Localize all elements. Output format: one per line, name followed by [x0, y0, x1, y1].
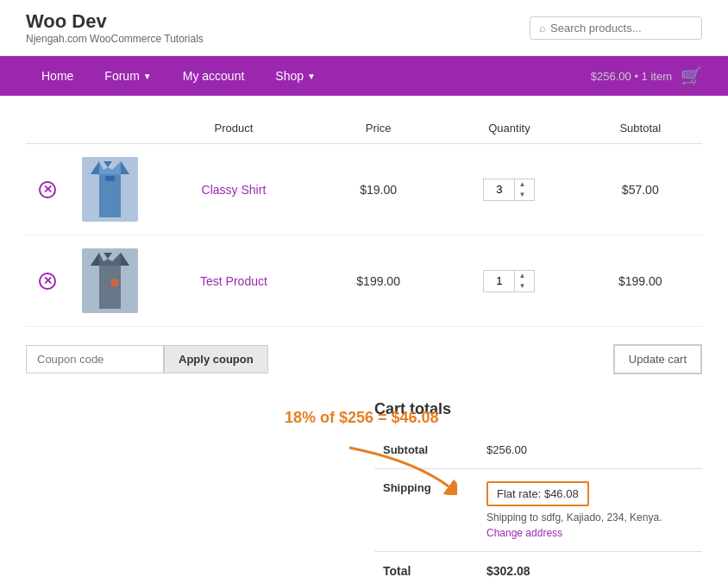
- col-price: Price: [317, 113, 440, 144]
- qty-down-1[interactable]: ▼: [515, 190, 529, 200]
- site-header: Woo Dev Njengah.com WooCommerce Tutorial…: [0, 0, 728, 56]
- qty-arrows-2: ▲ ▼: [514, 271, 529, 292]
- col-product: Product: [151, 113, 317, 144]
- nav-shop[interactable]: Shop ▼: [260, 56, 331, 96]
- forum-dropdown-icon: ▼: [143, 72, 152, 81]
- main-content: Product Price Quantity Subtotal ✕: [0, 96, 728, 577]
- nav-cart[interactable]: $256.00 • 1 item 🛒: [591, 66, 702, 86]
- coupon-input[interactable]: [26, 345, 164, 373]
- change-address-link[interactable]: Change address: [486, 527, 693, 539]
- apply-coupon-button[interactable]: Apply coupon: [164, 345, 268, 373]
- cart-totals-wrapper: 18% of $256 = $46.08 Cart totals: [26, 400, 702, 577]
- product-link-1[interactable]: Classy Shirt: [202, 183, 267, 197]
- cart-totals-section: 18% of $256 = $46.08 Cart totals: [26, 400, 702, 577]
- update-cart-button[interactable]: Update cart: [613, 344, 702, 374]
- svg-rect-10: [99, 266, 121, 309]
- cart-table: Product Price Quantity Subtotal ✕: [26, 113, 702, 327]
- nav-home[interactable]: Home: [26, 56, 89, 96]
- product-price-1: $19.00: [317, 144, 440, 235]
- qty-down-2[interactable]: ▼: [515, 281, 529, 292]
- quantity-wrap-2: ▲ ▼: [483, 270, 535, 292]
- site-tagline: Njengah.com WooCommerce Tutorials: [26, 33, 204, 45]
- col-subtotal: Subtotal: [579, 113, 702, 144]
- product-subtotal-2: $199.00: [579, 235, 702, 327]
- total-value: $302.08: [478, 552, 702, 578]
- remove-item-2[interactable]: ✕: [39, 273, 56, 290]
- table-row: ✕: [26, 235, 702, 327]
- product-subtotal-1: $57.00: [579, 144, 702, 235]
- coupon-row: Apply coupon Update cart: [26, 344, 702, 374]
- search-icon: ⌕: [539, 22, 546, 34]
- cart-total-text: $256.00 • 1 item: [591, 70, 672, 83]
- annotation-arrow: [345, 443, 457, 498]
- product-link-2[interactable]: Test Product: [200, 274, 267, 288]
- product-image-1: [82, 157, 138, 222]
- site-title: Woo Dev: [26, 10, 204, 33]
- site-nav: Home Forum ▼ My account Shop ▼ $256.00 •…: [0, 56, 728, 96]
- shipping-address: Shipping to sdfg, Kajiado, 234, Kenya.: [486, 511, 693, 524]
- nav-forum[interactable]: Forum ▼: [89, 56, 166, 96]
- col-remove: [26, 113, 69, 144]
- shop-dropdown-icon: ▼: [307, 72, 316, 81]
- svg-rect-6: [105, 176, 115, 181]
- qty-up-2[interactable]: ▲: [515, 271, 529, 281]
- nav-my-account[interactable]: My account: [167, 56, 260, 96]
- quantity-wrap-1: ▲ ▼: [483, 179, 535, 201]
- svg-point-13: [110, 279, 119, 287]
- search-input[interactable]: [550, 22, 693, 34]
- total-row: Total $302.08: [374, 552, 702, 578]
- table-row: ✕: [26, 144, 702, 235]
- qty-arrows-1: ▲ ▼: [514, 179, 529, 200]
- search-box[interactable]: ⌕: [530, 16, 702, 40]
- shipping-rate: Flat rate: $46.08: [486, 481, 589, 506]
- site-branding: Woo Dev Njengah.com WooCommerce Tutorial…: [26, 10, 204, 45]
- total-label: Total: [374, 552, 478, 578]
- product-price-2: $199.00: [317, 235, 440, 327]
- cart-icon: 🛒: [681, 66, 702, 86]
- quantity-input-2[interactable]: [484, 271, 514, 291]
- quantity-input-1[interactable]: [484, 179, 514, 199]
- product-image-2: [82, 248, 138, 313]
- shipping-cell: Flat rate: $46.08 Shipping to sdfg, Kaji…: [478, 469, 702, 552]
- annotation-text: 18% of $256 = $46.08: [285, 409, 439, 427]
- qty-up-1[interactable]: ▲: [515, 179, 529, 190]
- col-quantity: Quantity: [440, 113, 578, 144]
- remove-item-1[interactable]: ✕: [39, 181, 56, 198]
- coupon-left: Apply coupon: [26, 345, 268, 373]
- subtotal-value: $256.00: [478, 431, 702, 469]
- col-image: [69, 113, 151, 144]
